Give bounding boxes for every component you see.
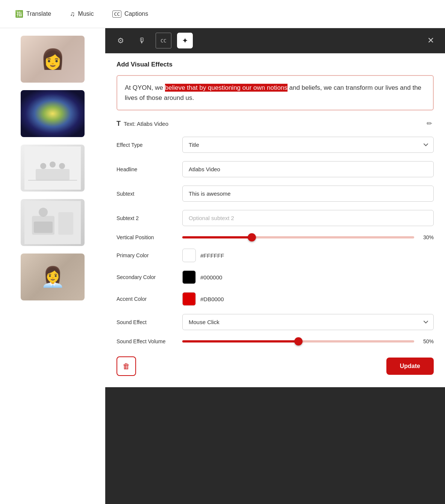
tab-captions[interactable]: CC Captions	[105, 8, 156, 21]
text-source-row: T Text: Atlabs Video ✏	[117, 118, 434, 129]
bottom-row: 🗑 Update	[117, 353, 434, 376]
subtext2-input[interactable]	[182, 210, 434, 226]
text-preview-box: At QYON, we believe that by questioning …	[117, 75, 434, 110]
captions-icon: CC	[112, 11, 121, 18]
secondary-color-value: #000000	[200, 274, 222, 281]
sound-volume-fill	[182, 340, 298, 343]
thumbnail-1[interactable]: 👩	[21, 36, 85, 83]
effect-type-label: Effect Type	[117, 142, 175, 148]
secondary-color-label: Secondary Color	[117, 274, 175, 280]
primary-color-row: Primary Color #FFFFFF	[117, 249, 434, 262]
vertical-position-fill	[182, 236, 252, 238]
vertical-position-thumb[interactable]	[248, 233, 256, 241]
svg-point-9	[39, 208, 48, 217]
vertical-position-control: 30%	[182, 234, 434, 240]
sound-volume-label: Sound Effect Volume	[117, 338, 175, 344]
effects-icon-btn[interactable]: ✦	[177, 33, 193, 48]
text-source-label: T Text: Atlabs Video	[117, 120, 168, 128]
thumbnail-3[interactable]	[21, 145, 85, 192]
subtext2-label: Subtext 2	[117, 215, 175, 221]
main-panel: ⚙ 🎙 CC ✦ ✕ Add Visual Effects At QYON, w…	[105, 28, 445, 504]
top-nav: 🈯 Translate ♫ Music CC Captions	[0, 0, 445, 28]
sound-volume-value: 50%	[419, 338, 434, 344]
vertical-position-row: Vertical Position 30%	[117, 234, 434, 240]
sound-effect-control: Mouse Click None Whoosh Pop	[182, 314, 434, 330]
headline-row: Headline	[117, 161, 434, 177]
effect-type-row: Effect Type Title Lower Third Caption Ov…	[117, 137, 434, 153]
edit-icon-btn[interactable]: ✏	[425, 118, 434, 129]
accent-color-label: Accent Color	[117, 296, 175, 302]
sound-volume-control: 50%	[182, 338, 434, 344]
accent-color-control: #DB0000	[182, 292, 434, 306]
effect-type-select[interactable]: Title Lower Third Caption Overlay	[182, 137, 434, 153]
vertical-position-value: 30%	[419, 234, 434, 240]
microphone-icon-btn[interactable]: 🎙	[134, 33, 150, 48]
svg-point-2	[40, 163, 46, 169]
svg-point-3	[50, 161, 56, 167]
tab-music[interactable]: ♫ Music	[62, 7, 101, 21]
captions-icon-btn[interactable]: CC	[156, 33, 171, 48]
close-button[interactable]: ✕	[424, 34, 437, 47]
effect-type-control: Title Lower Third Caption Overlay	[182, 137, 434, 153]
thumbnail-5[interactable]: 👩‍💼	[21, 254, 85, 300]
accent-color-swatch[interactable]	[182, 292, 196, 306]
sound-volume-slider-row: 50%	[182, 338, 434, 344]
vertical-position-track[interactable]	[182, 236, 414, 238]
headline-control	[182, 161, 434, 177]
secondary-color-picker-row: #000000	[182, 270, 434, 284]
primary-color-swatch[interactable]	[182, 249, 196, 262]
subtext-input[interactable]	[182, 186, 434, 202]
primary-color-picker-row: #FFFFFF	[182, 249, 434, 262]
subtext-row: Subtext	[117, 186, 434, 202]
sound-volume-thumb[interactable]	[294, 337, 303, 346]
source-label-text: Text: Atlabs Video	[124, 121, 168, 127]
svg-rect-10	[34, 222, 53, 233]
svg-point-4	[59, 163, 65, 169]
panel-toolbar: ⚙ 🎙 CC ✦ ✕	[105, 28, 445, 53]
sound-effect-select[interactable]: Mouse Click None Whoosh Pop	[182, 314, 434, 330]
music-label: Music	[78, 11, 94, 17]
secondary-color-row: Secondary Color #000000	[117, 270, 434, 284]
svg-rect-0	[24, 146, 81, 190]
sound-volume-row: Sound Effect Volume 50%	[117, 338, 434, 344]
accent-color-value: #DB0000	[200, 296, 224, 302]
vertical-position-label: Vertical Position	[117, 234, 175, 240]
primary-color-value: #FFFFFF	[200, 252, 224, 259]
panel-title: Add Visual Effects	[117, 61, 434, 68]
accent-color-row: Accent Color #DB0000	[117, 292, 434, 306]
sound-effect-label: Sound Effect	[117, 319, 175, 325]
svg-rect-1	[36, 169, 70, 180]
thumbnail-4[interactable]	[21, 199, 85, 246]
subtext-label: Subtext	[117, 191, 175, 197]
svg-rect-8	[58, 212, 73, 235]
sidebar: 👩 👩‍💼	[0, 28, 105, 504]
translate-icon: 🈯	[15, 10, 23, 18]
secondary-color-swatch[interactable]	[182, 270, 196, 284]
delete-button[interactable]: 🗑	[117, 356, 136, 376]
secondary-color-control: #000000	[182, 270, 434, 284]
captions-label: Captions	[124, 11, 148, 17]
primary-color-label: Primary Color	[117, 252, 175, 258]
subtext-control	[182, 186, 434, 202]
preview-before: At QYON, we	[125, 84, 165, 91]
headline-label: Headline	[117, 166, 175, 172]
preview-highlighted: believe that by questioning our own noti…	[165, 84, 288, 92]
form-panel: Add Visual Effects At QYON, we believe t…	[105, 53, 445, 387]
primary-color-control: #FFFFFF	[182, 249, 434, 262]
subtext2-control	[182, 210, 434, 226]
tab-translate[interactable]: 🈯 Translate	[8, 7, 59, 21]
vertical-position-slider-row: 30%	[182, 234, 434, 240]
music-icon: ♫	[70, 10, 75, 18]
sound-effect-row: Sound Effect Mouse Click None Whoosh Pop	[117, 314, 434, 330]
sound-volume-track[interactable]	[182, 340, 414, 343]
subtext2-row: Subtext 2	[117, 210, 434, 226]
thumbnail-2[interactable]	[21, 90, 85, 137]
translate-label: Translate	[26, 11, 51, 17]
settings-icon-btn[interactable]: ⚙	[113, 33, 129, 48]
headline-input[interactable]	[182, 161, 434, 177]
accent-color-picker-row: #DB0000	[182, 292, 434, 306]
update-button[interactable]: Update	[386, 358, 434, 375]
text-icon: T	[117, 120, 121, 128]
